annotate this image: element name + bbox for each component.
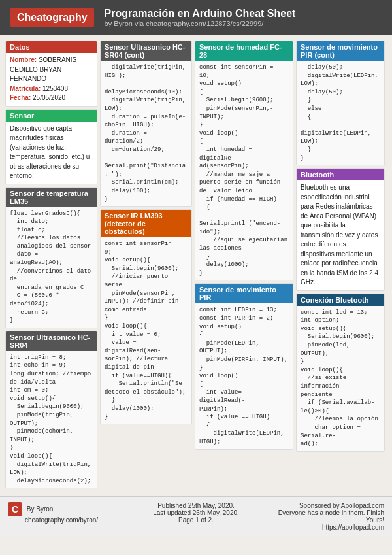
section-movpir-header: Sensor de movimiento PIR [195, 284, 293, 303]
section-conn-bluetooth: Conexión Bluetooth const int led = 13; i… [296, 294, 385, 452]
section-bluetooth-header: Bluetooth [297, 169, 384, 180]
footer-updated: Last updated 26th May, 2020. [133, 509, 259, 516]
footer-left: C By Byron cheatography.com/byron/ [8, 502, 133, 524]
section-movpir-cont: Sensor de movimiento PIR (cont) delay(50… [296, 41, 385, 165]
footer-page: Page 1 of 2. [133, 516, 259, 524]
section-ir: Sensor IR LM393 (detector de obstáculos)… [100, 209, 192, 424]
section-ultrasonic-code: int trigPin = 8; int echoPin = 9; long d… [6, 351, 97, 488]
section-ultrasonic-cont: Sensor Ultrasonico HC-SR04 (cont) digita… [100, 41, 192, 207]
section-conn-bluetooth-code: const int led = 13; int option; void set… [297, 306, 384, 451]
section-movpir-code: const int LEDPin = 13; const int PIRPin … [195, 303, 293, 448]
section-movpir-cont-header: Sensor de movimiento PIR (cont) [297, 41, 384, 61]
footer-sponsor: Sponsored by Apollopad.com [259, 502, 384, 509]
page-subtitle: by Byron via cheatography.com/122873/cs/… [105, 20, 296, 27]
section-datos: Datos Nombre: SOBERANIS CEDILLO BRYAN FE… [5, 41, 97, 107]
footer-sponsor-line1: Everyone has a node in them. Finish [259, 509, 384, 516]
section-sensor-body: Dispositivo que capta magnitudes físicas… [6, 122, 97, 184]
logo: Cheatography [10, 8, 94, 27]
footer-sponsor-line2: Yours! [259, 516, 384, 524]
section-temp-code: float leerGradosC(){ int dato; float c; … [6, 207, 97, 328]
column-4: Sensor de movimiento PIR (cont) delay(50… [295, 39, 386, 490]
page-title: Programación en Arduino Cheat Sheet [105, 8, 296, 20]
column-3: Sensor de humedad FC-28 const int sensor… [193, 39, 295, 490]
footer-author-url[interactable]: cheatography.com/byron/ [25, 516, 98, 524]
section-humedad: Sensor de humedad FC-28 const int sensor… [195, 41, 293, 280]
footer-center: Published 25th May, 2020. Last updated 2… [133, 502, 259, 524]
section-ultrasonic: Sensor Ultrasonico HC-SR04 int trigPin =… [5, 331, 97, 489]
section-bluetooth: Bluetooth Bluetooth es una especificació… [296, 168, 385, 291]
column-1: Datos Nombre: SOBERANIS CEDILLO BRYAN FE… [4, 39, 99, 490]
section-sensor-header: Sensor [6, 110, 97, 122]
column-2: Sensor Ultrasonico HC-SR04 (cont) digita… [99, 39, 193, 490]
footer-logo: C [8, 502, 22, 516]
header: Cheatography Programación en Arduino Che… [0, 0, 392, 35]
section-humedad-header: Sensor de humedad FC-28 [195, 41, 293, 61]
section-ir-code: const int sensorPin = 9; void setup(){ S… [101, 237, 191, 424]
section-ultrasonic-cont-code: digitalWrite(trigPin, HIGH); delayMicros… [101, 61, 191, 206]
section-ultrasonic-header: Sensor Ultrasonico HC-SR04 [6, 331, 97, 351]
section-movpir: Sensor de movimiento PIR const int LEDPi… [195, 283, 293, 449]
section-humedad-code: const int sensorPin = 10; void setup() {… [195, 61, 293, 280]
section-temp-header: Sensor de temperatura LM35 [6, 188, 97, 207]
footer-published: Published 25th May, 2020. [133, 502, 259, 509]
section-datos-body: Nombre: SOBERANIS CEDILLO BRYAN FERNANDO… [6, 53, 97, 106]
header-title-block: Programación en Arduino Cheat Sheet by B… [105, 8, 296, 27]
footer-sponsor-url[interactable]: https://apollopad.com [259, 524, 384, 531]
section-ultrasonic-cont-header: Sensor Ultrasonico HC-SR04 (cont) [101, 41, 191, 61]
section-ir-header: Sensor IR LM393 (detector de obstáculos) [101, 210, 191, 237]
section-sensor: Sensor Dispositivo que capta magnitudes … [5, 109, 97, 184]
section-datos-header: Datos [6, 41, 97, 53]
section-temp: Sensor de temperatura LM35 float leerGra… [5, 187, 97, 328]
section-movpir-cont-code: delay(50); digitalWrite(LEDPin, LOW); de… [297, 61, 384, 165]
section-conn-bluetooth-header: Conexión Bluetooth [297, 294, 384, 306]
content-grid: Datos Nombre: SOBERANIS CEDILLO BRYAN FE… [0, 35, 392, 494]
footer-author-name: By Byron [27, 505, 54, 513]
footer: C By Byron cheatography.com/byron/ Publi… [0, 496, 392, 536]
section-bluetooth-body: Bluetooth es una especificación industri… [297, 180, 384, 290]
footer-right: Sponsored by Apollopad.com Everyone has … [259, 502, 384, 531]
